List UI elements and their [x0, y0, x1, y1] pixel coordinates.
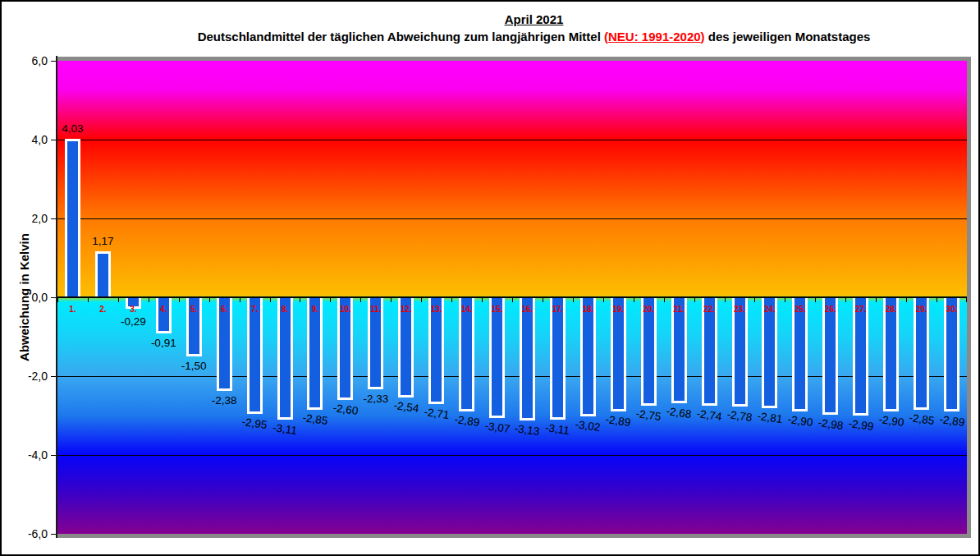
x-axis-tick — [118, 297, 119, 302]
day-label-20.: 20. — [638, 305, 659, 314]
day-label-10.: 10. — [335, 305, 356, 314]
x-axis-tick — [906, 297, 907, 302]
bar-day-7. — [247, 297, 263, 414]
chart-title-block: April 2021 Deutschlandmittel der täglich… — [57, 11, 980, 45]
bar-day-8. — [277, 297, 293, 420]
day-label-17.: 17. — [547, 305, 568, 314]
x-axis-tick — [451, 297, 452, 302]
day-label-30.: 30. — [941, 305, 963, 314]
bar-fill — [613, 297, 624, 409]
bar-fill — [916, 297, 927, 407]
x-axis-tick — [149, 297, 149, 302]
x-axis-tick — [845, 297, 846, 302]
x-axis-tick — [300, 297, 300, 302]
day-label-24.: 24. — [759, 305, 781, 314]
day-label-6.: 6. — [213, 305, 235, 314]
y-tick-label--6,0: -6,0 — [10, 527, 48, 540]
day-label-22.: 22. — [698, 305, 720, 314]
value-label-day-3.: -0,29 — [113, 315, 153, 328]
bar-day-14. — [459, 297, 474, 411]
x-axis-tick — [57, 297, 58, 302]
bar-day-15. — [489, 297, 505, 418]
day-label-7.: 7. — [244, 305, 265, 314]
x-axis-tick — [573, 297, 574, 302]
bar-day-17. — [550, 297, 566, 420]
bar-day-30. — [944, 297, 959, 411]
day-label-4.: 4. — [153, 305, 174, 314]
x-axis-tick — [603, 297, 604, 302]
plot-frame: 1.2.3.4.5.6.7.8.9.10.11.12.13.14.15.16.1… — [57, 57, 971, 538]
day-label-25.: 25. — [790, 305, 811, 314]
day-label-13.: 13. — [426, 305, 447, 314]
bar-fill — [946, 297, 957, 409]
bar-fill — [825, 297, 836, 412]
bar-day-4. — [156, 297, 172, 333]
bar-day-1. — [65, 139, 80, 297]
bar-fill — [280, 297, 291, 417]
x-axis-tick — [664, 297, 665, 302]
y-axis-tick — [51, 140, 56, 140]
day-label-9.: 9. — [305, 305, 326, 314]
day-label-5.: 5. — [183, 305, 204, 314]
bar-fill — [158, 297, 169, 331]
x-axis-tick — [725, 297, 726, 302]
x-axis-tick — [966, 297, 967, 302]
value-label-day-4.: -0,91 — [144, 337, 183, 349]
day-label-23.: 23. — [729, 305, 750, 314]
subtitle-highlight: NEU: 1991-2020 — [608, 30, 701, 44]
gridline-2 — [57, 218, 967, 219]
plot-area: 1.2.3.4.5.6.7.8.9.10.11.12.13.14.15.16.1… — [57, 61, 967, 534]
y-tick-label-0,0: 0,0 — [10, 291, 48, 304]
chart-title: April 2021 — [77, 11, 980, 28]
bar-fill — [552, 297, 563, 417]
y-tick-label--4,0: -4,0 — [10, 448, 48, 462]
bar-day-29. — [914, 297, 929, 410]
x-axis-tick — [421, 297, 422, 302]
y-axis-tick — [51, 218, 56, 219]
x-axis-tick — [179, 297, 180, 302]
day-label-1.: 1. — [62, 305, 83, 314]
x-axis-tick — [754, 297, 755, 302]
x-axis-tick — [330, 297, 331, 302]
bar-day-2. — [95, 251, 111, 297]
gridline--4 — [57, 455, 967, 456]
day-label-3.: 3. — [122, 305, 144, 314]
x-axis-tick — [391, 297, 392, 302]
day-label-28.: 28. — [881, 305, 902, 314]
bar-day-28. — [883, 297, 899, 411]
x-axis-tick — [785, 297, 785, 302]
subtitle-text-before: Deutschlandmittel der täglichen Abweichu… — [198, 30, 604, 44]
bar-fill — [67, 141, 78, 297]
value-label-day-6.: -2,38 — [204, 394, 244, 407]
x-axis-tick — [634, 297, 634, 302]
x-axis-tick — [209, 297, 210, 302]
x-axis-tick — [240, 297, 240, 302]
bar-day-26. — [822, 297, 838, 415]
value-label-day-1.: 4,03 — [57, 122, 92, 135]
day-label-21.: 21. — [668, 305, 689, 314]
bar-day-27. — [853, 297, 868, 416]
x-axis-tick — [88, 297, 89, 302]
day-label-26.: 26. — [820, 305, 841, 314]
day-label-8.: 8. — [274, 305, 295, 314]
day-label-19.: 19. — [607, 305, 629, 314]
chart-subtitle: Deutschlandmittel der täglichen Abweichu… — [77, 28, 980, 45]
bar-fill — [250, 297, 260, 411]
day-label-15.: 15. — [487, 305, 508, 314]
x-axis-tick — [360, 297, 361, 302]
chart-canvas: April 2021 Deutschlandmittel der täglich… — [0, 0, 980, 556]
bar-fill — [886, 297, 896, 409]
bar-fill — [492, 297, 502, 416]
y-tick-label-6,0: 6,0 — [10, 54, 48, 67]
x-axis-tick — [876, 297, 877, 302]
gridline-4 — [57, 140, 967, 140]
bar-day-18. — [580, 297, 596, 416]
day-label-18.: 18. — [577, 305, 598, 314]
y-tick-label-4,0: 4,0 — [10, 133, 48, 146]
subtitle-text-after: des jeweiligen Monatstages — [705, 30, 871, 44]
day-label-11.: 11. — [365, 305, 387, 314]
day-label-2.: 2. — [92, 305, 113, 314]
day-label-12.: 12. — [396, 305, 417, 314]
bar-fill — [98, 254, 108, 297]
bar-fill — [309, 297, 320, 407]
